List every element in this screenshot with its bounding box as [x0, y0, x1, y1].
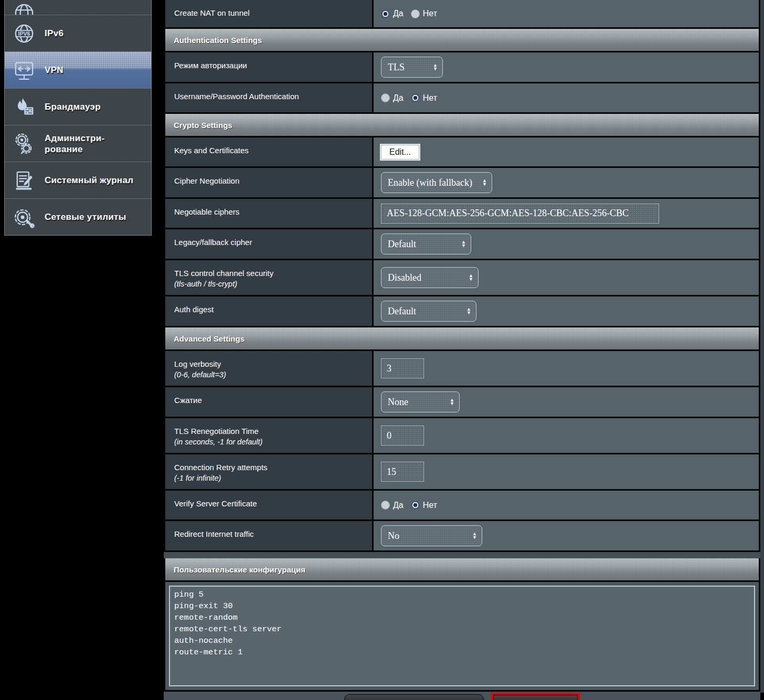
field-label-text: Negotiable ciphers [174, 206, 367, 217]
sidebar-item-vpn[interactable]: VPN [5, 51, 151, 88]
legacy-fallback-cipher-select[interactable]: Default▲▼ [381, 234, 471, 254]
tls-renegotiation-time-input[interactable] [381, 426, 424, 446]
advanced-settings-section-header: Advanced Settings [165, 326, 759, 349]
radio-option-да[interactable]: Да [381, 9, 404, 18]
sidebar-item-системный-журнал[interactable]: Системный журнал [5, 162, 151, 198]
select-value: Default [388, 239, 416, 250]
sidebar-item-администри-рование[interactable]: Администри- рование [5, 125, 151, 162]
keys-and-certificates-edit-button[interactable]: Edit... [381, 145, 419, 160]
vpn-monitor-icon [12, 58, 36, 82]
form-row-username-password-authentication: Username/Password AuthenticationДаНет [165, 82, 759, 112]
radio-option-да[interactable]: Да [381, 501, 404, 510]
select-value: No [388, 531, 399, 542]
section-title: Advanced Settings [174, 334, 245, 343]
сжатие-select[interactable]: None▲▼ [381, 391, 460, 412]
field-label-text: Сжатие [174, 395, 367, 406]
radio-option-label: Да [393, 93, 404, 103]
radio-option-да[interactable]: Да [381, 93, 404, 103]
field-label-text: Connection Retry attempts [174, 462, 367, 473]
sidebar-item-partial[interactable] [5, 0, 151, 15]
select-value: Default [388, 306, 416, 317]
field-value-cell: ДаНет [372, 0, 759, 27]
radio-icon[interactable] [411, 501, 420, 510]
custom-configuration-section-header: Пользовательские конфигурация [165, 558, 759, 580]
radio-icon[interactable] [381, 93, 390, 102]
radio-option-нет[interactable]: Нет [411, 9, 437, 18]
select-value: Enable (with fallback) [388, 177, 472, 188]
field-label: Legacy/fallback cipher [165, 229, 372, 259]
auth-digest-select[interactable]: Default▲▼ [381, 301, 476, 322]
form-row-сжатие: СжатиеNone▲▼ [165, 386, 759, 417]
section-title: Crypto Settings [174, 121, 232, 130]
apply-button-red-highlight: Применить [491, 693, 579, 700]
field-value-cell: TLS▲▼ [372, 52, 759, 82]
redirect-internet-traffic-select[interactable]: No▲▼ [381, 525, 482, 546]
restore-defaults-button[interactable]: Значение по умолчанию [344, 694, 484, 700]
field-label: Log verbosity(0-6, default=3) [165, 351, 372, 386]
select-stepper-icon: ▲▼ [450, 398, 454, 406]
connection-retry-attempts-input[interactable] [381, 462, 424, 482]
field-sublabel: (-1 for infinite) [174, 473, 367, 484]
radio-icon[interactable] [381, 501, 390, 510]
select-value: None [388, 397, 408, 408]
field-sublabel: (0-6, default=3) [174, 369, 367, 380]
form-row-redirect-internet-traffic: Redirect Internet trafficNo▲▼ [165, 519, 759, 550]
sidebar-item-ipv6[interactable]: IPV6IPv6 [5, 15, 151, 51]
tls-control-channel-security-select[interactable]: Disabled▲▼ [381, 267, 479, 288]
custom-configuration-textarea[interactable]: ping 5 ping-exit 30 remote-random remote… [169, 586, 755, 686]
sidebar-item-label: Системный журнал [45, 175, 133, 186]
field-value-cell: Default▲▼ [372, 229, 759, 259]
sidebar-item-сетевые-утилиты[interactable]: Сетевые утилиты [5, 198, 151, 235]
form-row-create-nat-on-tunnel: Create NAT on tunnelДаНет [165, 0, 759, 27]
field-sublabel: (tls-auth / tls-crypt) [174, 279, 367, 290]
cipher-negotiation-select[interactable]: Enable (with fallback)▲▼ [381, 172, 492, 193]
field-label: Keys and Certificates [165, 137, 372, 166]
negotiable-ciphers-input[interactable] [381, 204, 659, 224]
crypto-settings-section-header: Crypto Settings [165, 112, 759, 136]
field-label-text: Cipher Negotiation [174, 175, 367, 186]
radio-group: ДаНет [381, 93, 437, 103]
field-value-cell [372, 454, 759, 489]
field-label: Verify Server Certificate [165, 491, 372, 519]
select-stepper-icon: ▲▼ [433, 63, 438, 71]
radio-group: ДаНет [381, 9, 437, 18]
field-label: Cipher Negotiation [165, 168, 372, 197]
main-content: Create NAT on tunnelДаНетAuthentication … [164, 0, 760, 693]
field-label-text: Режим авторизации [174, 60, 367, 71]
sidebar-item-label: Администри- рование [45, 133, 104, 155]
режим-авторизации-select[interactable]: TLS▲▼ [381, 57, 443, 78]
field-label: Negotiable ciphers [165, 199, 372, 228]
select-value: TLS [388, 62, 405, 73]
field-label: Сжатие [165, 387, 372, 417]
field-label: Username/Password Authentication [165, 83, 372, 112]
radio-icon[interactable] [411, 93, 420, 102]
field-label: TLS control channel security(tls-auth / … [165, 260, 372, 295]
radio-option-label: Нет [423, 9, 437, 18]
vpn-settings-page: IPV6IPv6VPNБрандмауэрАдминистри- рование… [0, 0, 764, 700]
radio-group: ДаНет [381, 501, 437, 510]
radio-icon[interactable] [411, 9, 420, 18]
form-row-auth-digest: Auth digestDefault▲▼ [165, 295, 759, 326]
form-row-log-verbosity: Log verbosity(0-6, default=3) [165, 349, 759, 386]
action-button-row: Значение по умолчанию Применить [164, 692, 760, 700]
select-stepper-icon: ▲▼ [461, 240, 466, 248]
sidebar-item-label: Брандмауэр [45, 101, 101, 112]
field-label: Create NAT on tunnel [165, 0, 372, 27]
form-row-tls-control-channel-security: TLS control channel security(tls-auth / … [165, 259, 759, 295]
openvpn-settings-table: Create NAT on tunnelДаНетAuthentication … [164, 0, 760, 552]
form-row-verify-server-certificate: Verify Server CertificateДаНет [165, 489, 759, 519]
section-title: Authentication Settings [174, 36, 262, 45]
sidebar-item-label: VPN [45, 65, 63, 76]
apply-button[interactable]: Применить [493, 695, 577, 700]
radio-option-нет[interactable]: Нет [411, 501, 437, 510]
sidebar-item-брандмауэр[interactable]: Брандмауэр [5, 88, 151, 125]
field-value-cell: Enable (with fallback)▲▼ [372, 168, 759, 197]
field-label-text: Log verbosity [174, 358, 367, 369]
log-verbosity-input[interactable] [381, 358, 424, 378]
field-label: Connection Retry attempts(-1 for infinit… [165, 454, 372, 489]
form-row-legacy-fallback-cipher: Legacy/fallback cipherDefault▲▼ [165, 228, 759, 259]
radio-icon[interactable] [381, 9, 390, 18]
radio-option-нет[interactable]: Нет [411, 93, 437, 103]
sidebar-item-label: Сетевые утилиты [45, 211, 126, 222]
select-value: Disabled [388, 272, 421, 283]
